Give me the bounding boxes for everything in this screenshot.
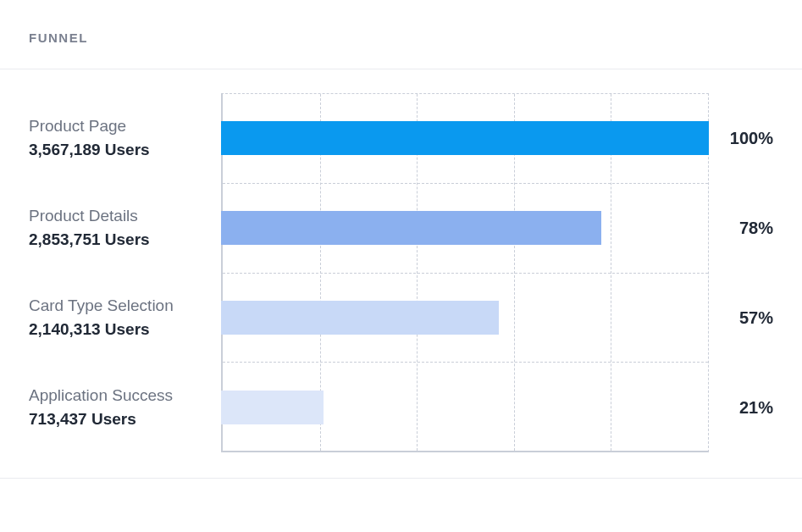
step-percent: 100% bbox=[709, 129, 802, 148]
step-users: 3,567,189 Users bbox=[29, 141, 213, 159]
funnel-bar bbox=[221, 301, 499, 335]
step-label-block: Application Success 713,437 Users bbox=[0, 386, 221, 429]
step-label-block: Card Type Selection 2,140,313 Users bbox=[0, 296, 221, 339]
funnel-row: Product Details 2,853,751 Users 78% bbox=[0, 183, 802, 273]
funnel-bar bbox=[221, 121, 709, 155]
divider bbox=[0, 478, 802, 479]
step-users: 713,437 Users bbox=[29, 410, 213, 429]
divider bbox=[0, 69, 802, 69]
step-percent: 21% bbox=[709, 398, 802, 418]
bar-track bbox=[221, 183, 709, 273]
step-percent: 57% bbox=[709, 308, 802, 328]
bar-track bbox=[221, 273, 709, 363]
step-name: Application Success bbox=[29, 386, 213, 405]
funnel-row: Product Page 3,567,189 Users 100% bbox=[0, 93, 802, 183]
step-name: Card Type Selection bbox=[29, 296, 213, 315]
bar-track bbox=[221, 363, 709, 452]
step-name: Product Details bbox=[29, 207, 213, 225]
page-title: FUNNEL bbox=[29, 30, 802, 45]
step-name: Product Page bbox=[29, 117, 213, 136]
step-label-block: Product Page 3,567,189 Users bbox=[0, 117, 221, 159]
header: FUNNEL bbox=[0, 0, 802, 69]
step-users: 2,140,313 Users bbox=[29, 320, 213, 339]
bar-track bbox=[221, 93, 709, 183]
funnel-bar bbox=[221, 391, 324, 424]
funnel-bar bbox=[221, 211, 601, 245]
funnel-chart: Product Page 3,567,189 Users 100% Produc… bbox=[0, 93, 802, 452]
step-label-block: Product Details 2,853,751 Users bbox=[0, 207, 221, 249]
funnel-row: Application Success 713,437 Users 21% bbox=[0, 363, 802, 452]
step-users: 2,853,751 Users bbox=[29, 230, 213, 249]
funnel-row: Card Type Selection 2,140,313 Users 57% bbox=[0, 273, 802, 363]
step-percent: 78% bbox=[709, 219, 802, 238]
